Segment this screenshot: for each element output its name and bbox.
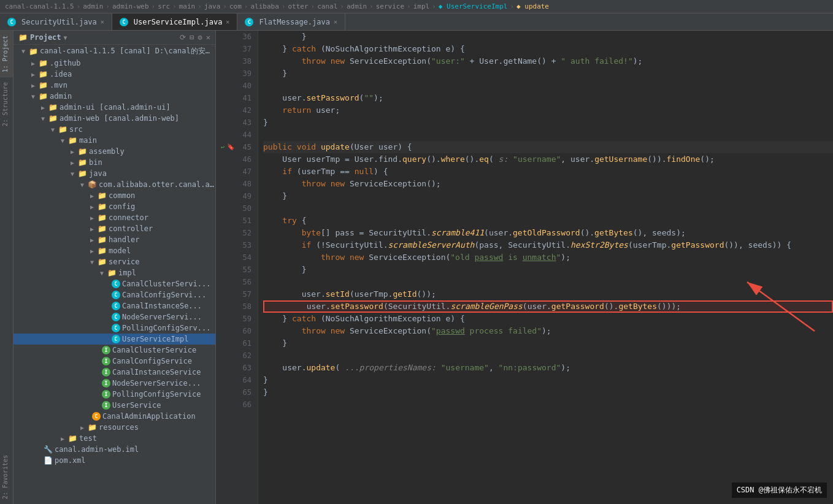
- folder-icon: 📁: [38, 93, 48, 100]
- close-icon[interactable]: ✕: [206, 33, 210, 42]
- folder-icon: 📁: [67, 137, 77, 144]
- tree-resources[interactable]: ▶ 📁 resources: [13, 422, 215, 433]
- code-line-64: }: [263, 374, 833, 386]
- tree-admin[interactable]: ▼ 📁 admin: [13, 91, 215, 102]
- tree-impl[interactable]: ▼ 📁 impl: [13, 267, 215, 278]
- tree-canal-admin-application[interactable]: C CanalAdminApplication: [13, 411, 215, 422]
- project-tab[interactable]: 1: Project: [0, 31, 13, 77]
- code-lines-container: } } catch (NoSuchAlgorithmException e) {…: [258, 31, 833, 504]
- code-line-45: public void update(User user) {: [263, 141, 833, 153]
- tab-close-icon[interactable]: ✕: [334, 18, 337, 25]
- tab-flat-message[interactable]: C FlatMessage.java ✕: [237, 13, 345, 30]
- folder-icon: 📁: [18, 33, 28, 42]
- tree-node-server-service[interactable]: I NodeServerService...: [13, 378, 215, 389]
- code-line-52: byte[] pass = SecurityUtil.scramble411(u…: [263, 227, 833, 239]
- tree-package[interactable]: ▼ 📦 com.alibaba.otter.canal.ad...: [13, 179, 215, 190]
- tree-node-server-servi[interactable]: C NodeServerServi...: [13, 311, 215, 323]
- tree-test[interactable]: ▶ 📁 test: [13, 433, 215, 444]
- tree-canal-cluster-service[interactable]: I CanalClusterService: [13, 345, 215, 356]
- code-lines: } } catch (NoSuchAlgorithmException e) {…: [258, 31, 833, 411]
- class-icon: C: [112, 291, 120, 299]
- code-line-47: if (userTmp == null) {: [263, 166, 833, 178]
- breadcrumb: canal-canal-1.1.5 › admin › admin-web › …: [0, 0, 833, 13]
- folder-icon: 📁: [97, 225, 107, 232]
- code-line-46: User userTmp = User.find.query().where()…: [263, 153, 833, 166]
- tab-user-service-impl[interactable]: C UserServiceImpl.java ✕: [112, 13, 238, 30]
- code-line-61: }: [263, 337, 833, 349]
- code-editor: 36 37 38 39 40 41 42 43 44 ↩ 🔖 45 46 47 …: [216, 31, 833, 504]
- code-line-57: user.setId(userTmp.getId());: [263, 288, 833, 300]
- tree-canal-cluster-servi[interactable]: C CanalClusterServi...: [13, 278, 215, 289]
- tree-handler[interactable]: ▶ 📁 handler: [13, 234, 215, 245]
- code-line-54: throw new ServiceException("old passwd i…: [263, 251, 833, 264]
- code-line-66: [263, 399, 833, 411]
- tree-canal-instance-se[interactable]: C CanalInstanceSe...: [13, 300, 215, 311]
- code-line-48: throw new ServiceException();: [263, 178, 833, 190]
- iml-icon: 🔧: [43, 446, 53, 453]
- structure-tab[interactable]: 2: Structure: [0, 77, 13, 131]
- code-line-56: [263, 276, 833, 288]
- tree-service[interactable]: ▼ 📁 service: [13, 256, 215, 267]
- tree-main[interactable]: ▼ 📁 main: [13, 135, 215, 146]
- tree-assembly[interactable]: ▶ 📁 assembly: [13, 146, 215, 157]
- package-icon: 📦: [87, 181, 97, 188]
- tree-mvn[interactable]: ▶ 📁 .mvn: [13, 80, 215, 91]
- interface-icon: I: [102, 390, 110, 399]
- tab-label: SecurityUtil.java: [21, 18, 97, 26]
- code-line-40: [263, 80, 833, 92]
- code-line-51: try {: [263, 215, 833, 227]
- tab-close-icon[interactable]: ✕: [101, 18, 104, 25]
- code-line-60: throw new ServiceException("passwd proce…: [263, 325, 833, 337]
- tree-iml-file[interactable]: 🔧 canal.admin-web.iml: [13, 444, 215, 455]
- tree-user-service[interactable]: I UserService: [13, 400, 215, 411]
- file-icon: C: [245, 18, 253, 26]
- sidebar-icons: ⟳ ⊟ ⚙ ✕: [180, 33, 210, 42]
- folder-icon: 📁: [97, 192, 107, 199]
- tree-config[interactable]: ▶ 📁 config: [13, 201, 215, 212]
- tree-canal-config-service[interactable]: I CanalConfigService: [13, 356, 215, 367]
- code-line-36: }: [263, 31, 833, 43]
- tree-model[interactable]: ▶ 📁 model: [13, 245, 215, 256]
- tree-root[interactable]: ▼ 📁 canal-canal-1.1.5 [canal] D:\canal的安…: [13, 45, 215, 58]
- code-line-59: } catch (NoSuchAlgorithmException e) {: [263, 313, 833, 325]
- tab-security-util[interactable]: C SecurityUtil.java ✕: [0, 13, 112, 30]
- class-icon: C: [112, 335, 120, 343]
- tab-close-icon[interactable]: ✕: [226, 18, 229, 25]
- folder-icon: 📁: [97, 236, 107, 243]
- tree-pom-xml[interactable]: 📄 pom.xml: [13, 455, 215, 466]
- tree-canal-config-servi[interactable]: C CanalConfigServi...: [13, 289, 215, 300]
- code-line-62: [263, 349, 833, 362]
- interface-icon: I: [102, 401, 110, 410]
- tree-github[interactable]: ▶ 📁 .github: [13, 58, 215, 69]
- folder-icon: 📁: [77, 148, 87, 155]
- class-icon: C: [92, 412, 101, 421]
- tree-admin-web[interactable]: ▼ 📁 admin-web [canal.admin-web]: [13, 113, 215, 124]
- code-line-49: }: [263, 190, 833, 202]
- gear-icon[interactable]: ⚙: [198, 33, 202, 42]
- tree-canal-instance-service[interactable]: I CanalInstanceService: [13, 367, 215, 378]
- tree-common[interactable]: ▶ 📁 common: [13, 190, 215, 201]
- tree-polling-config-service[interactable]: I PollingConfigService: [13, 389, 215, 400]
- folder-icon: 📁: [77, 159, 87, 166]
- tree-controller[interactable]: ▶ 📁 controller: [13, 223, 215, 234]
- sidebar-header: 📁 Project ▼ ⟳ ⊟ ⚙ ✕: [13, 31, 215, 45]
- folder-icon: 📁: [77, 170, 87, 177]
- tree-connector[interactable]: ▶ 📁 connector: [13, 212, 215, 223]
- tree-java[interactable]: ▼ 📁 java: [13, 168, 215, 179]
- sync-icon[interactable]: ⟳: [180, 33, 186, 42]
- collapse-icon[interactable]: ⊟: [190, 33, 194, 42]
- tree-user-service-impl[interactable]: C UserServiceImpl: [13, 334, 215, 345]
- favorites-tab[interactable]: 2: Favorites: [0, 450, 13, 504]
- tree-src[interactable]: ▼ 📁 src: [13, 124, 215, 135]
- tree-idea[interactable]: ▶ 📁 .idea: [13, 69, 215, 80]
- tree-admin-ui[interactable]: ▶ 📁 admin-ui [canal.admin-ui]: [13, 102, 215, 113]
- tab-label: FlatMessage.java: [259, 18, 330, 26]
- interface-icon: I: [102, 357, 110, 365]
- tree-bin[interactable]: ▶ 📁 bin: [13, 157, 215, 168]
- project-sidebar: 📁 Project ▼ ⟳ ⊟ ⚙ ✕ ▼ 📁 canal-canal-1.1.…: [13, 31, 216, 504]
- code-line-43: }: [263, 116, 833, 129]
- code-content[interactable]: 36 37 38 39 40 41 42 43 44 ↩ 🔖 45 46 47 …: [216, 31, 833, 504]
- code-line-37: } catch (NoSuchAlgorithmException e) {: [263, 43, 833, 55]
- folder-icon: 📁: [97, 258, 107, 265]
- tree-polling-config-serv[interactable]: C PollingConfigServ...: [13, 323, 215, 334]
